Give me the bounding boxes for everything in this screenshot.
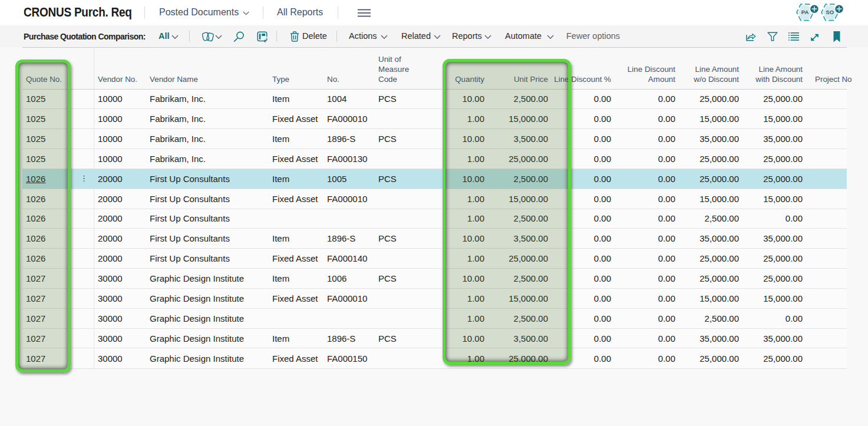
svg-text:SO: SO — [826, 9, 834, 15]
svg-text:PA: PA — [801, 9, 809, 15]
